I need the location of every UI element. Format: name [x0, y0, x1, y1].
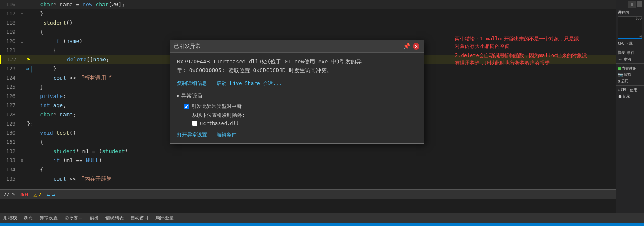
toolbar-item-exception-settings[interactable]: 异常设置 [40, 215, 58, 221]
divider2 [616, 63, 644, 64]
fold-button[interactable]: ⊟ [19, 18, 25, 28]
warning-icon: ⚠ [33, 191, 37, 198]
annotation-line4: 有调用构造，所以此时执行析构程序会报错 [455, 59, 610, 67]
settings-title: 异常设置 [181, 92, 203, 100]
checkbox-break-label: 引发此异常类型时中断 [192, 103, 242, 110]
nav-arrows: ← → [46, 191, 55, 198]
fold-button[interactable]: ⊟ [19, 37, 25, 46]
execution-arrow: ➤ [27, 55, 31, 64]
screenshot-label: 截拍 [624, 72, 631, 78]
value-100: 100 [636, 17, 642, 20]
checkbox-row-2: ucrtbased.dll [192, 121, 417, 126]
all-label-text[interactable]: 所有 [624, 57, 632, 61]
dialog-titlebar: 已引发异常 📌 ✕ [170, 40, 424, 53]
nav-forward[interactable]: → [52, 191, 55, 198]
table-row: 134 { [0, 165, 616, 174]
code-content: cout << 〝内存开辟失 [25, 174, 616, 183]
divider [616, 48, 644, 48]
memory-item: ■ 内存使用 [618, 65, 642, 71]
sub-label: 从以下位置引发时除外: [192, 112, 417, 119]
settings-content: 引发此异常类型时中断 从以下位置引发时除外: ucrtbased.dll [184, 103, 417, 126]
line-number: 120 [0, 37, 19, 46]
dialog-controls: 📌 ✕ [403, 42, 420, 50]
toolbar-item-output[interactable]: 输出 [90, 215, 99, 221]
copy-link[interactable]: 复制详细信息 [177, 80, 207, 87]
memory-row: ■ 内存使用 📷 截拍 ⚙ 启用 [616, 65, 644, 85]
toolbar-item-command[interactable]: 命令窗口 [65, 215, 83, 221]
separator1: | [210, 80, 213, 87]
line-number: 121 [0, 46, 19, 55]
line-number: 124 [0, 73, 19, 83]
panel-controls: ⏸ [616, 0, 644, 9]
error-icon: ⊗ [20, 191, 24, 198]
table-row: 133 ⊟ if (m1 == NULL) [0, 156, 616, 165]
event-label[interactable]: 事件 [627, 50, 634, 55]
code-content: { [25, 165, 616, 174]
dialog-bottom-links: 打开异常设置 | 编辑条件 [177, 131, 417, 138]
fold-button[interactable]: ⊟ [19, 9, 25, 18]
pause-button[interactable]: ⏸ [628, 1, 636, 8]
toolbar-item-breakpoints[interactable]: 断点 [24, 215, 33, 221]
checkbox-row-1: 引发此异常类型时中断 [184, 103, 417, 110]
line-number: 119 [0, 28, 19, 37]
line-number: 132 [0, 147, 19, 156]
cpu-label-area: CPU (属 [616, 40, 644, 47]
toolbar-item-error-list[interactable]: 错误列表 [105, 215, 124, 221]
checkbox-break[interactable] [184, 104, 189, 109]
annotation-line2: 对象内存大小相同的空间 [455, 43, 610, 50]
line-number: 135 [0, 174, 19, 183]
fold-button[interactable]: ⊟ [19, 128, 25, 138]
table-row: 116 char* name = new char[20]; [0, 0, 616, 9]
bottom-toolbar: 用堆栈 断点 异常设置 命令窗口 输出 错误列表 自动窗口 局部变量 [0, 213, 644, 223]
dialog-links: 复制详细信息 | 启动 Live Share 会话... [177, 80, 417, 87]
line-number: 129 [0, 119, 19, 128]
exception-line1: 0x7970E44B (ucrtbased.dll)处(位于 01-new使用.… [177, 58, 417, 66]
memory-label: 内存使用 [622, 66, 637, 71]
record-icon: ⏺ [618, 94, 622, 99]
line-number: 118 [0, 18, 19, 28]
record-label: 记录 [623, 94, 630, 99]
error-count: 0 [25, 191, 28, 198]
cpu-usage-label: CPU 使用 [621, 88, 637, 93]
toolbar-item-callstack[interactable]: 用堆栈 [3, 215, 17, 221]
share-link[interactable]: 启动 Live Share 会话... [217, 80, 282, 87]
toolbar-item-locals[interactable]: 局部变量 [155, 215, 174, 221]
right-panel: ⏸ 进程内 100 0 CPU (属 摘要 事件 ∞∞ 所有 [616, 0, 644, 213]
code-content: char* name = new char[20]; [25, 0, 616, 9]
line-number: 125 [0, 83, 19, 92]
summary-label[interactable]: 摘要 [618, 50, 625, 55]
line-number: 117 [0, 9, 19, 18]
cpu-usage-item: ● CPU 使用 [618, 88, 642, 93]
table-row: 135 cout << 〝内存开辟失 [0, 174, 616, 183]
checkbox-ucrtbased[interactable] [192, 121, 197, 126]
expand-icon[interactable]: ▶ [177, 93, 180, 98]
checkbox-ucrtbased-label: ucrtbased.dll [200, 121, 239, 126]
open-settings-link[interactable]: 打开异常设置 [177, 131, 207, 138]
line-number: 131 [0, 138, 19, 147]
settings-section-title: ▶ 异常设置 [177, 92, 417, 100]
pin-button[interactable]: 📌 [403, 43, 410, 50]
toolbar-item-auto[interactable]: 自动窗口 [130, 215, 149, 221]
all-row: ∞∞ 所有 [616, 56, 644, 63]
table-row: 132 student* m1 = (student* [0, 147, 616, 156]
normal-icon: ⚙ [618, 79, 620, 83]
separator2: | [210, 131, 213, 138]
progress-section: 进程内 100 0 [616, 9, 644, 40]
annotation-line1: 两个结论：1.malloc开辟出来的不是一个对象，只是跟 [455, 35, 610, 43]
edit-conditions-link[interactable]: 编辑条件 [217, 131, 237, 138]
code-content: } [25, 9, 616, 18]
start-item: ⚙ 启用 [618, 78, 642, 84]
all-label: ∞∞ [618, 58, 622, 61]
annotation-box: 两个结论：1.malloc开辟出来的不是一个对象，只是跟 对象内存大小相同的空间… [453, 33, 612, 68]
table-row: 117 ⊟ } [0, 9, 616, 18]
code-content: if (m1 == NULL) [25, 156, 616, 165]
zoom-level[interactable]: 27 % [3, 192, 15, 198]
close-button[interactable]: ✕ [412, 42, 420, 50]
fold-button[interactable]: ⊟ [19, 156, 25, 165]
divider3 [616, 85, 644, 86]
error-indicator[interactable]: ⊗ 0 [20, 191, 28, 198]
line-number: 127 [0, 101, 19, 110]
line-number: 123 [0, 64, 19, 73]
warning-indicator[interactable]: ⚠ 2 [33, 191, 41, 198]
nav-back[interactable]: ← [46, 191, 50, 198]
